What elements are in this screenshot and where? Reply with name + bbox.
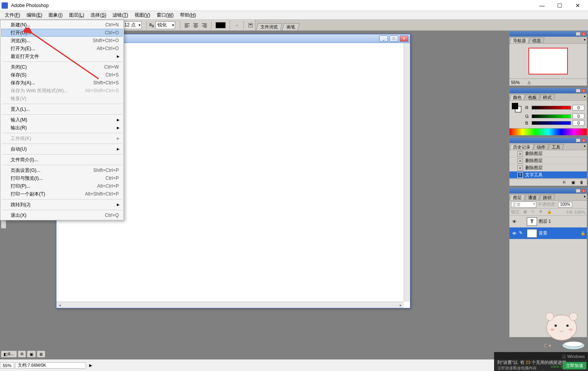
maximize-button[interactable]: ☐ xyxy=(551,0,569,11)
tile-windows-button[interactable]: ▣ xyxy=(27,350,36,358)
menu-l[interactable]: 图层(L) xyxy=(66,11,88,19)
scroll-right-icon[interactable]: ▸ xyxy=(397,302,404,308)
lock-position-icon[interactable]: ✥ xyxy=(539,209,545,215)
r-value[interactable]: 0 xyxy=(573,105,584,110)
channels-tab[interactable]: 通道 xyxy=(524,194,540,200)
align-center-icon[interactable] xyxy=(191,21,200,30)
panel-close-button[interactable]: × xyxy=(581,138,586,142)
menu-item[interactable]: 打开为(E)...Alt+Ctrl+O xyxy=(1,45,123,52)
menu-item[interactable]: 跳转到(J)▶ xyxy=(1,201,123,209)
link-icon[interactable]: ✎ xyxy=(519,230,525,237)
doc-minimize-button[interactable]: _ xyxy=(379,35,388,42)
warp-text-icon[interactable]: T xyxy=(232,21,241,30)
brushes-tab[interactable]: 画笔 xyxy=(282,23,300,30)
menu-item[interactable]: 最近打开文件▶ xyxy=(1,52,123,60)
layer-thumbnail[interactable] xyxy=(527,229,537,238)
vertical-scrollbar[interactable] xyxy=(404,43,410,302)
doc-close-button[interactable]: ✕ xyxy=(400,35,408,42)
foreground-background-swatch[interactable] xyxy=(512,103,521,112)
g-slider[interactable] xyxy=(532,114,571,118)
menu-e[interactable]: 编辑(E) xyxy=(23,11,45,19)
layer-thumbnail[interactable]: T xyxy=(527,217,537,226)
layers-tab[interactable]: 图层 xyxy=(509,194,525,200)
menu-h[interactable]: 帮助(H) xyxy=(177,11,199,19)
visibility-toggle-icon[interactable]: 👁 xyxy=(511,218,517,225)
panel-menu-icon[interactable]: ▸ xyxy=(584,144,586,148)
r-slider[interactable] xyxy=(532,106,571,110)
menu-item[interactable]: 新建(N)...Ctrl+N xyxy=(1,21,123,29)
menu-item[interactable]: 打印(P)...Alt+Ctrl+P xyxy=(1,182,123,190)
lock-all-icon[interactable]: 🔒 xyxy=(547,209,552,215)
status-doc-info[interactable]: 文档:7.66M/0K xyxy=(15,362,86,369)
color-tab[interactable]: 颜色 xyxy=(509,94,525,100)
new-document-icon[interactable]: ▣ xyxy=(570,180,576,185)
history-tab[interactable]: 历史记录 xyxy=(509,144,534,150)
panel-close-button[interactable]: × xyxy=(581,89,586,93)
g-value[interactable]: 0 xyxy=(573,114,584,119)
panel-close-button[interactable]: × xyxy=(581,32,586,36)
paths-tab[interactable]: 路径 xyxy=(539,194,555,200)
menu-item[interactable]: 浏览(B)...Shift+Ctrl+O xyxy=(1,37,123,45)
scroll-left-icon[interactable]: ◂ xyxy=(56,302,63,308)
navigator-tab[interactable]: 导航器 xyxy=(509,37,530,43)
zoom-out-icon[interactable]: △ xyxy=(528,80,531,84)
history-item[interactable]: ≡删除图层 xyxy=(509,164,587,172)
close-button[interactable]: ✕ xyxy=(569,0,586,11)
b-value[interactable]: 0 xyxy=(573,120,584,126)
menu-item[interactable]: 保存(S)Ctrl+S xyxy=(1,71,123,79)
color-spectrum[interactable] xyxy=(509,128,587,135)
panel-menu-icon[interactable]: ▸ xyxy=(584,194,586,198)
doc-maximize-button[interactable]: □ xyxy=(390,35,398,42)
navigator-thumbnail[interactable] xyxy=(528,48,568,75)
lock-paint-icon[interactable]: ✎ xyxy=(531,209,537,215)
menu-item[interactable]: 保存为(A)...Shift+Ctrl+S xyxy=(1,79,123,87)
b-slider[interactable] xyxy=(532,121,571,125)
status-menu-icon[interactable]: ▶ xyxy=(87,363,95,367)
align-right-icon[interactable] xyxy=(200,21,209,30)
tools-tab[interactable]: 工具 xyxy=(548,144,564,150)
menu-item[interactable]: 页面设置(G)...Shift+Ctrl+P xyxy=(1,166,123,174)
opacity-value[interactable]: 100% xyxy=(558,202,572,207)
new-snapshot-icon[interactable]: ⎘ xyxy=(562,180,567,185)
layer-row[interactable]: 👁T图层 1 xyxy=(509,216,587,227)
antialias-select[interactable]: 锐化 xyxy=(155,21,175,29)
panel-minimize-button[interactable]: _ xyxy=(576,32,581,36)
styles-tab[interactable]: 样式 xyxy=(539,94,555,100)
panel-menu-icon[interactable]: ▸ xyxy=(584,37,586,41)
menu-item[interactable]: 打开(O)...Ctrl+O xyxy=(1,29,123,37)
lock-transparency-icon[interactable]: ▦ xyxy=(523,209,529,215)
navigator-zoom[interactable]: 55% xyxy=(511,80,520,85)
cascade-windows-button[interactable]: ⧉ xyxy=(18,350,26,358)
fill-value[interactable]: 100% xyxy=(574,210,585,214)
file-browser-tab[interactable]: 文件浏览 xyxy=(256,23,282,30)
panel-minimize-button[interactable]: _ xyxy=(576,189,581,193)
visibility-toggle-icon[interactable]: 👁 xyxy=(511,230,517,237)
history-item[interactable]: ≡删除图层 xyxy=(509,150,587,157)
panel-menu-icon[interactable]: ▸ xyxy=(584,94,586,98)
link-icon[interactable] xyxy=(519,218,525,225)
layer-row[interactable]: 👁✎背景🔒 xyxy=(509,227,587,239)
blend-mode-select[interactable]: 正常 xyxy=(511,201,536,208)
info-tab[interactable]: 信息 xyxy=(529,37,545,43)
swatches-tab[interactable]: 色板 xyxy=(524,94,540,100)
history-item[interactable]: T文字工具 xyxy=(509,172,587,179)
history-item[interactable]: ≡删除图层 xyxy=(509,157,587,164)
accelerate-button[interactable]: 立即加速 xyxy=(563,362,586,369)
menu-item[interactable]: 置入(L)... xyxy=(1,105,123,113)
actions-tab[interactable]: 动作 xyxy=(533,144,549,150)
close-all-button[interactable]: ⊠ xyxy=(37,350,45,358)
panel-minimize-button[interactable]: _ xyxy=(576,89,581,93)
menu-item[interactable]: 自动(U)▶ xyxy=(1,145,123,153)
menu-i[interactable]: 图象(I) xyxy=(45,11,66,19)
panel-minimize-button[interactable]: _ xyxy=(576,138,581,142)
menu-w[interactable]: 窗口(W) xyxy=(154,11,177,19)
menu-item[interactable]: 输出(R)▶ xyxy=(1,124,123,132)
palettes-icon[interactable] xyxy=(246,21,255,30)
text-color-swatch[interactable] xyxy=(215,22,226,28)
menu-s[interactable]: 选择(S) xyxy=(87,11,109,19)
status-zoom[interactable]: 55% xyxy=(0,362,14,369)
menu-v[interactable]: 视图(V) xyxy=(131,11,154,19)
menu-item[interactable]: 文件简介(I)... xyxy=(1,156,123,164)
menu-item[interactable]: 退出(X)Ctrl+Q xyxy=(1,211,123,219)
menu-item[interactable]: 输入(M)▶ xyxy=(1,116,123,124)
